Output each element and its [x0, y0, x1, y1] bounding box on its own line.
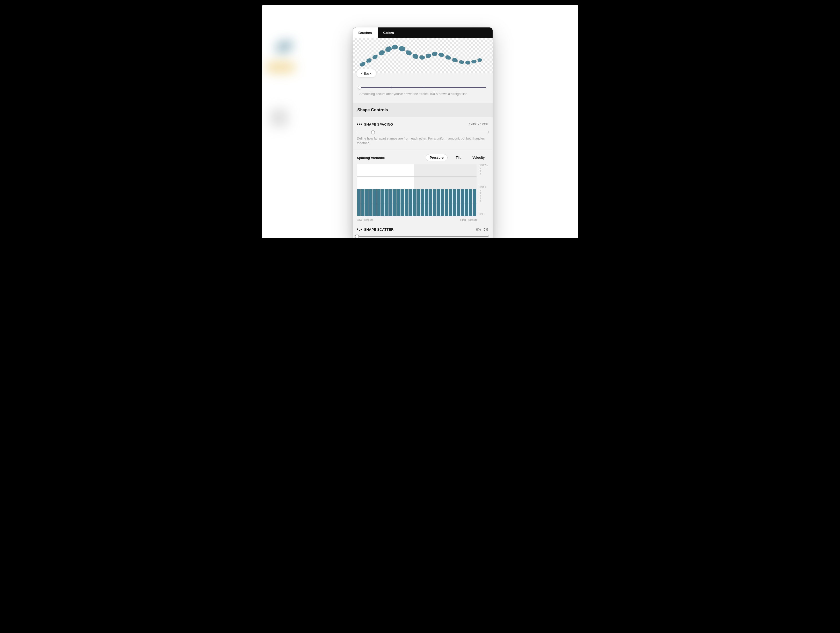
variance-bar [373, 189, 376, 216]
variance-bar [381, 189, 384, 216]
tab-colors[interactable]: Colors [378, 27, 399, 38]
svg-point-5 [391, 44, 398, 50]
shape-spacing-help: Define how far apart stamps are from eac… [353, 136, 493, 149]
variance-bar [449, 189, 452, 216]
svg-point-0 [359, 61, 366, 67]
variance-bar [417, 189, 420, 216]
shape-spacing-row: SHAPE SPACING 124% - 124% [353, 117, 493, 127]
svg-point-18 [477, 58, 482, 62]
svg-rect-24 [361, 229, 362, 230]
shape-spacing-value: 124% - 124% [469, 122, 488, 126]
svg-point-2 [371, 54, 379, 60]
variance-bar [437, 189, 441, 216]
variance-y-axis: 1000% 100 1% [478, 164, 489, 216]
variance-x-labels: Low Pressure High Pressure [353, 217, 493, 221]
variance-bar [425, 189, 428, 216]
svg-rect-23 [359, 230, 360, 231]
x-label-high: High Pressure [460, 218, 478, 221]
svg-point-3 [378, 49, 385, 56]
tab-brushes[interactable]: Brushes [353, 27, 378, 38]
variance-bar [401, 189, 404, 216]
variance-bar [429, 189, 432, 216]
tab-bar: Brushes Colors [353, 27, 493, 38]
variance-bar [409, 189, 412, 216]
variance-bar [385, 189, 388, 216]
svg-point-1 [365, 57, 372, 64]
svg-point-15 [458, 60, 464, 65]
shape-scatter-row: SHAPE SCATTER 0% - 0% [353, 221, 493, 232]
svg-point-11 [431, 51, 438, 57]
svg-point-12 [438, 52, 444, 57]
svg-rect-21 [361, 123, 362, 125]
x-label-low: Low Pressure [357, 218, 374, 221]
variance-bar [465, 189, 468, 216]
variance-bar [397, 189, 401, 216]
variance-bar [389, 189, 392, 216]
svg-point-10 [425, 53, 431, 58]
variance-bar [377, 189, 381, 216]
spacing-variance-label: Spacing Variance [357, 156, 385, 160]
brush-preview: < Back [353, 38, 493, 73]
variance-mode-group: Pressure Tilt Velocity [426, 154, 488, 161]
variance-chart[interactable] [357, 164, 477, 216]
variance-bar [357, 189, 361, 216]
variance-bar [457, 189, 460, 216]
brush-stroke-preview [353, 38, 493, 73]
brush-settings-panel: Brushes Colors [353, 27, 493, 238]
shape-controls-header: Shape Controls [353, 103, 493, 117]
smoothing-slider[interactable] [360, 87, 486, 88]
svg-rect-20 [359, 123, 360, 125]
shape-spacing-title: SHAPE SPACING [364, 122, 393, 126]
svg-point-9 [419, 55, 425, 60]
shape-scatter-title: SHAPE SCATTER [364, 227, 394, 232]
shape-scatter-value: 0% - 0% [476, 228, 488, 232]
variance-bar [445, 189, 448, 216]
svg-point-6 [398, 45, 406, 52]
variance-bar [405, 189, 408, 216]
svg-point-4 [384, 46, 393, 53]
smoothing-help-text: Smoothing occurs after you've drawn the … [357, 91, 488, 99]
svg-point-7 [405, 49, 413, 57]
spacing-variance-row: Spacing Variance Pressure Tilt Velocity [353, 149, 493, 164]
svg-point-8 [412, 53, 419, 60]
smoothing-section: Smoothing occurs after you've drawn the … [353, 73, 493, 103]
back-button[interactable]: < Back [357, 69, 376, 77]
variance-mode-pressure[interactable]: Pressure [426, 154, 448, 161]
variance-chart-wrap: 1000% 100 1% [353, 164, 493, 217]
variance-bar [369, 189, 373, 216]
variance-bar [441, 189, 444, 216]
outer-frame: Brushes Colors [262, 5, 578, 238]
variance-bar [393, 189, 396, 216]
shape-spacing-icon [357, 123, 362, 126]
variance-bar [453, 189, 456, 216]
variance-bar [421, 189, 424, 216]
svg-rect-22 [357, 228, 358, 230]
variance-bar [413, 189, 416, 216]
shape-spacing-slider[interactable] [357, 132, 488, 133]
svg-point-13 [445, 55, 452, 60]
variance-bar [361, 189, 365, 216]
variance-bar [365, 189, 368, 216]
variance-mode-velocity[interactable]: Velocity [469, 154, 488, 161]
variance-bar [473, 189, 476, 216]
variance-bar [469, 189, 472, 216]
svg-point-14 [452, 57, 458, 63]
background-blur [262, 31, 301, 135]
shape-scatter-icon [357, 228, 362, 231]
svg-point-17 [471, 60, 477, 64]
variance-mode-tilt[interactable]: Tilt [452, 154, 464, 161]
shape-scatter-slider[interactable] [357, 236, 488, 237]
svg-rect-19 [357, 123, 358, 125]
svg-point-16 [465, 61, 471, 65]
variance-bar [461, 189, 464, 216]
variance-bar [433, 189, 436, 216]
